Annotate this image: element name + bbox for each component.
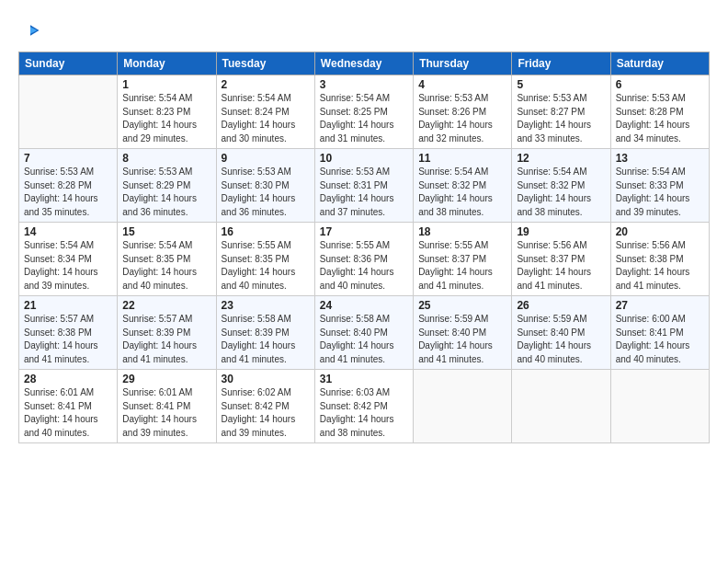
calendar-cell: 17Sunrise: 5:55 AMSunset: 8:36 PMDayligh… <box>314 223 413 296</box>
calendar-week-3: 14Sunrise: 5:54 AMSunset: 8:34 PMDayligh… <box>19 223 710 296</box>
day-info: Sunrise: 5:55 AMSunset: 8:36 PMDaylight:… <box>320 239 408 293</box>
calendar-cell: 9Sunrise: 5:53 AMSunset: 8:30 PMDaylight… <box>216 149 314 223</box>
day-number: 2 <box>222 78 310 91</box>
day-info: Sunrise: 5:54 AMSunset: 8:34 PMDaylight:… <box>24 239 112 293</box>
day-number: 18 <box>418 225 506 238</box>
calendar-cell: 14Sunrise: 5:54 AMSunset: 8:34 PMDayligh… <box>19 223 118 296</box>
calendar-week-1: 1Sunrise: 5:54 AMSunset: 8:23 PMDaylight… <box>19 75 710 149</box>
calendar-cell: 24Sunrise: 5:58 AMSunset: 8:40 PMDayligh… <box>314 296 413 370</box>
calendar-body: 1Sunrise: 5:54 AMSunset: 8:23 PMDaylight… <box>19 75 710 443</box>
day-info: Sunrise: 6:01 AMSunset: 8:41 PMDaylight:… <box>122 386 210 440</box>
day-info: Sunrise: 6:01 AMSunset: 8:41 PMDaylight:… <box>24 386 112 440</box>
day-info: Sunrise: 5:56 AMSunset: 8:37 PMDaylight:… <box>517 239 605 293</box>
calendar-header-tuesday: Tuesday <box>216 52 314 75</box>
calendar-cell: 23Sunrise: 5:58 AMSunset: 8:39 PMDayligh… <box>216 296 314 370</box>
day-info: Sunrise: 5:53 AMSunset: 8:31 PMDaylight:… <box>320 166 408 219</box>
calendar-cell: 28Sunrise: 6:01 AMSunset: 8:41 PMDayligh… <box>19 370 118 443</box>
calendar-cell: 19Sunrise: 5:56 AMSunset: 8:37 PMDayligh… <box>512 223 610 296</box>
calendar-header-row: SundayMondayTuesdayWednesdayThursdayFrid… <box>19 52 710 75</box>
day-number: 17 <box>320 225 408 238</box>
day-number: 20 <box>616 225 704 238</box>
day-info: Sunrise: 6:03 AMSunset: 8:42 PMDaylight:… <box>320 386 408 440</box>
calendar-cell <box>610 370 709 443</box>
day-number: 22 <box>122 299 210 312</box>
calendar-cell: 18Sunrise: 5:55 AMSunset: 8:37 PMDayligh… <box>414 223 512 296</box>
calendar-header-sunday: Sunday <box>19 52 118 75</box>
calendar-header-saturday: Saturday <box>610 52 709 75</box>
day-info: Sunrise: 5:53 AMSunset: 8:27 PMDaylight:… <box>517 92 605 145</box>
day-info: Sunrise: 5:54 AMSunset: 8:23 PMDaylight:… <box>122 92 210 145</box>
day-info: Sunrise: 5:54 AMSunset: 8:32 PMDaylight:… <box>517 166 605 219</box>
day-info: Sunrise: 5:54 AMSunset: 8:35 PMDaylight:… <box>122 239 210 293</box>
calendar-header-friday: Friday <box>512 52 610 75</box>
day-number: 1 <box>122 78 210 91</box>
day-number: 7 <box>24 152 112 165</box>
day-number: 19 <box>517 225 605 238</box>
day-info: Sunrise: 5:53 AMSunset: 8:28 PMDaylight:… <box>616 92 704 145</box>
calendar-cell: 22Sunrise: 5:57 AMSunset: 8:39 PMDayligh… <box>118 296 216 370</box>
day-number: 3 <box>320 78 408 91</box>
day-number: 10 <box>320 152 408 165</box>
day-number: 9 <box>222 152 310 165</box>
day-info: Sunrise: 5:57 AMSunset: 8:38 PMDaylight:… <box>24 313 112 366</box>
calendar-header-wednesday: Wednesday <box>314 52 413 75</box>
day-info: Sunrise: 5:53 AMSunset: 8:30 PMDaylight:… <box>222 166 310 219</box>
calendar-cell: 2Sunrise: 5:54 AMSunset: 8:24 PMDaylight… <box>216 75 314 149</box>
calendar-cell <box>414 370 512 443</box>
calendar-cell: 29Sunrise: 6:01 AMSunset: 8:41 PMDayligh… <box>118 370 216 443</box>
day-info: Sunrise: 5:58 AMSunset: 8:39 PMDaylight:… <box>222 313 310 366</box>
calendar-cell <box>512 370 610 443</box>
day-info: Sunrise: 5:53 AMSunset: 8:28 PMDaylight:… <box>24 166 112 219</box>
day-number: 30 <box>222 373 310 385</box>
day-number: 6 <box>616 78 704 91</box>
day-number: 11 <box>418 152 506 165</box>
header <box>18 17 710 44</box>
day-info: Sunrise: 5:54 AMSunset: 8:33 PMDaylight:… <box>616 166 704 219</box>
day-info: Sunrise: 6:02 AMSunset: 8:42 PMDaylight:… <box>222 386 310 440</box>
day-info: Sunrise: 5:59 AMSunset: 8:40 PMDaylight:… <box>418 313 506 366</box>
day-info: Sunrise: 5:55 AMSunset: 8:37 PMDaylight:… <box>418 239 506 293</box>
day-info: Sunrise: 5:53 AMSunset: 8:26 PMDaylight:… <box>418 92 506 145</box>
calendar-cell: 25Sunrise: 5:59 AMSunset: 8:40 PMDayligh… <box>414 296 512 370</box>
calendar-cell: 15Sunrise: 5:54 AMSunset: 8:35 PMDayligh… <box>118 223 216 296</box>
calendar-cell: 11Sunrise: 5:54 AMSunset: 8:32 PMDayligh… <box>414 149 512 223</box>
calendar-cell: 4Sunrise: 5:53 AMSunset: 8:26 PMDaylight… <box>414 75 512 149</box>
calendar-cell: 27Sunrise: 6:00 AMSunset: 8:41 PMDayligh… <box>610 296 709 370</box>
day-info: Sunrise: 5:54 AMSunset: 8:25 PMDaylight:… <box>320 92 408 145</box>
day-info: Sunrise: 6:00 AMSunset: 8:41 PMDaylight:… <box>616 313 704 366</box>
day-number: 23 <box>222 299 310 312</box>
calendar: SundayMondayTuesdayWednesdayThursdayFrid… <box>18 52 710 443</box>
day-number: 31 <box>320 373 408 385</box>
day-number: 8 <box>122 152 210 165</box>
calendar-cell: 21Sunrise: 5:57 AMSunset: 8:38 PMDayligh… <box>19 296 118 370</box>
calendar-cell: 20Sunrise: 5:56 AMSunset: 8:38 PMDayligh… <box>610 223 709 296</box>
day-number: 4 <box>418 78 506 91</box>
calendar-cell: 3Sunrise: 5:54 AMSunset: 8:25 PMDaylight… <box>314 75 413 149</box>
day-number: 5 <box>517 78 605 91</box>
day-info: Sunrise: 5:58 AMSunset: 8:40 PMDaylight:… <box>320 313 408 366</box>
calendar-cell: 5Sunrise: 5:53 AMSunset: 8:27 PMDaylight… <box>512 75 610 149</box>
calendar-cell: 1Sunrise: 5:54 AMSunset: 8:23 PMDaylight… <box>118 75 216 149</box>
logo-icon <box>20 20 40 40</box>
calendar-week-5: 28Sunrise: 6:01 AMSunset: 8:41 PMDayligh… <box>19 370 710 443</box>
calendar-cell: 13Sunrise: 5:54 AMSunset: 8:33 PMDayligh… <box>610 149 709 223</box>
calendar-cell: 6Sunrise: 5:53 AMSunset: 8:28 PMDaylight… <box>610 75 709 149</box>
day-number: 26 <box>517 299 605 312</box>
calendar-header-thursday: Thursday <box>414 52 512 75</box>
day-number: 27 <box>616 299 704 312</box>
calendar-week-4: 21Sunrise: 5:57 AMSunset: 8:38 PMDayligh… <box>19 296 710 370</box>
calendar-cell: 7Sunrise: 5:53 AMSunset: 8:28 PMDaylight… <box>19 149 118 223</box>
calendar-cell <box>19 75 118 149</box>
day-info: Sunrise: 5:54 AMSunset: 8:24 PMDaylight:… <box>222 92 310 145</box>
day-number: 13 <box>616 152 704 165</box>
calendar-cell: 26Sunrise: 5:59 AMSunset: 8:40 PMDayligh… <box>512 296 610 370</box>
calendar-cell: 10Sunrise: 5:53 AMSunset: 8:31 PMDayligh… <box>314 149 413 223</box>
day-number: 24 <box>320 299 408 312</box>
day-number: 25 <box>418 299 506 312</box>
day-info: Sunrise: 5:56 AMSunset: 8:38 PMDaylight:… <box>616 239 704 293</box>
day-info: Sunrise: 5:55 AMSunset: 8:35 PMDaylight:… <box>222 239 310 293</box>
day-number: 21 <box>24 299 112 312</box>
day-info: Sunrise: 5:54 AMSunset: 8:32 PMDaylight:… <box>418 166 506 219</box>
day-info: Sunrise: 5:59 AMSunset: 8:40 PMDaylight:… <box>517 313 605 366</box>
day-number: 12 <box>517 152 605 165</box>
